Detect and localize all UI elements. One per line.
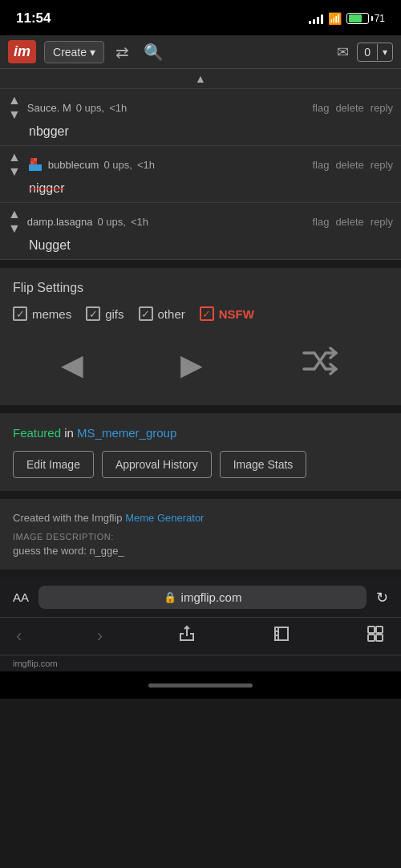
notif-dropdown-icon[interactable]: ▾	[377, 44, 392, 60]
bottom-url-bar: imgflip.com	[0, 655, 401, 671]
reply-button[interactable]: reply	[371, 216, 393, 228]
featured-group-link[interactable]: MS_memer_group	[77, 426, 176, 440]
created-text: Created with the Imgflip Meme Generator	[13, 512, 388, 524]
forward-button[interactable]: ›	[97, 626, 103, 647]
upvote-button[interactable]: ▲	[8, 94, 21, 107]
logo[interactable]: im	[8, 40, 36, 63]
flag-button[interactable]: flag	[312, 216, 329, 228]
flip-option-other[interactable]: ✓ other	[139, 306, 185, 321]
flag-button[interactable]: flag	[312, 102, 329, 114]
font-size-button[interactable]: AA	[13, 590, 29, 604]
share-button[interactable]	[177, 624, 196, 648]
chevron-up-icon: ▲	[195, 72, 206, 85]
browser-toolbar: ‹ ›	[0, 617, 401, 655]
shuffle-nav-icon[interactable]: ⇄	[112, 43, 132, 62]
meme-generator-link[interactable]: Meme Generator	[125, 512, 204, 524]
action-buttons: Edit Image Approval History Image Stats	[13, 451, 388, 478]
svg-rect-1	[34, 158, 37, 161]
forward-arrow-button[interactable]: ▶	[180, 348, 203, 382]
status-icons: 📶 71	[309, 12, 385, 25]
notification-box[interactable]: 0 ▾	[357, 43, 393, 62]
mail-icon[interactable]: ✉	[337, 43, 349, 61]
tabs-button[interactable]	[366, 624, 385, 648]
comment-text-censored: nigger	[29, 181, 64, 195]
reply-button[interactable]: reply	[371, 102, 393, 114]
upvote-button[interactable]: ▲	[8, 208, 21, 221]
comment-username: damp.lasagna	[27, 216, 93, 228]
comment-meta: ▲ ▼ damp.lasagna 0 ups, <1h flag delete …	[0, 203, 401, 237]
home-pill[interactable]	[148, 683, 253, 688]
delete-button[interactable]: delete	[335, 102, 363, 114]
approval-history-button[interactable]: Approval History	[102, 451, 212, 478]
checkbox-gifs[interactable]: ✓	[86, 306, 100, 321]
edit-image-button[interactable]: Edit Image	[13, 451, 94, 478]
flip-options: ✓ memes ✓ gifs ✓ other ✓ NSFW	[13, 306, 388, 321]
svg-rect-5	[368, 627, 375, 633]
upvote-button[interactable]: ▲	[8, 151, 21, 164]
reply-button[interactable]: reply	[371, 159, 393, 171]
comment-text-row: nbgger	[0, 123, 401, 145]
flip-option-memes[interactable]: ✓ memes	[13, 306, 71, 321]
downvote-button[interactable]: ▼	[8, 108, 21, 121]
svg-rect-8	[376, 635, 383, 641]
image-stats-button[interactable]: Image Stats	[220, 451, 307, 478]
svg-rect-2	[30, 161, 34, 164]
comment-actions: flag delete reply	[312, 216, 393, 228]
checkbox-other[interactable]: ✓	[139, 306, 153, 321]
downvote-button[interactable]: ▼	[8, 222, 21, 235]
flag-button[interactable]: flag	[312, 159, 329, 171]
flip-settings-section: Flip Settings ✓ memes ✓ gifs ✓ other ✓ N…	[0, 268, 401, 405]
bookmarks-button[interactable]	[272, 624, 291, 648]
reload-button[interactable]: ↻	[376, 589, 388, 606]
featured-section: Featured in MS_memer_group Edit Image Ap…	[0, 413, 401, 491]
svg-rect-6	[376, 627, 383, 633]
flip-arrows-row: ◀ ▶	[13, 337, 388, 392]
svg-rect-0	[30, 158, 34, 161]
status-time: 11:54	[16, 10, 51, 26]
back-button[interactable]: ‹	[16, 626, 22, 647]
delete-button[interactable]: delete	[335, 216, 363, 228]
comment-time: <1h	[137, 159, 155, 171]
featured-text: Featured in MS_memer_group	[13, 426, 388, 440]
comment-info: damp.lasagna 0 ups, <1h	[27, 216, 306, 228]
table-row: ▲ ▼ bubblecum 0 ups, <1h	[0, 146, 401, 203]
flip-settings-title: Flip Settings	[13, 281, 388, 295]
comment-text-row: nigger	[0, 180, 401, 202]
flip-option-memes-label: memes	[32, 307, 71, 321]
browser-address-bar: AA 🔒 imgflip.com ↻	[0, 578, 401, 617]
vote-col: ▲ ▼	[8, 151, 21, 178]
downvote-button[interactable]: ▼	[8, 165, 21, 178]
flip-option-nsfw[interactable]: ✓ NSFW	[200, 306, 254, 321]
table-row: ▲ ▼ Sauce. M 0 ups, <1h flag delete repl…	[0, 89, 401, 146]
avatar	[27, 156, 43, 172]
comment-text: nbgger	[29, 124, 69, 138]
comment-username: bubblecum	[48, 159, 99, 171]
delete-button[interactable]: delete	[335, 159, 363, 171]
scroll-up-indicator[interactable]: ▲	[0, 69, 401, 89]
create-button[interactable]: Create ▾	[44, 41, 104, 63]
image-desc-label: IMAGE DESCRIPTION:	[13, 532, 388, 541]
search-icon[interactable]: 🔍	[140, 43, 167, 62]
comment-meta: ▲ ▼ bubblecum 0 ups, <1h	[0, 146, 401, 180]
comment-info: Sauce. M 0 ups, <1h	[27, 102, 306, 114]
battery-percent: 71	[375, 13, 385, 24]
checkbox-memes[interactable]: ✓	[13, 306, 27, 321]
comment-time: <1h	[109, 102, 127, 114]
comment-text: Nugget	[29, 238, 71, 252]
svg-rect-7	[368, 635, 375, 641]
flip-option-nsfw-label: NSFW	[219, 307, 254, 321]
url-bar[interactable]: 🔒 imgflip.com	[38, 586, 367, 609]
vote-col: ▲ ▼	[8, 94, 21, 121]
comment-ups: 0 ups,	[103, 159, 132, 171]
url-text: imgflip.com	[181, 590, 242, 604]
checkbox-nsfw[interactable]: ✓	[200, 306, 214, 321]
table-row: ▲ ▼ damp.lasagna 0 ups, <1h flag delete …	[0, 203, 401, 260]
signal-bars-icon	[309, 13, 323, 24]
back-arrow-button[interactable]: ◀	[61, 348, 83, 382]
shuffle-button[interactable]	[300, 345, 340, 384]
comment-meta: ▲ ▼ Sauce. M 0 ups, <1h flag delete repl…	[0, 89, 401, 123]
nav-bar: im Create ▾ ⇄ 🔍 ✉ 0 ▾	[0, 35, 401, 69]
battery-icon: 71	[346, 13, 385, 24]
comment-text-row: Nugget	[0, 237, 401, 259]
flip-option-gifs[interactable]: ✓ gifs	[86, 306, 124, 321]
